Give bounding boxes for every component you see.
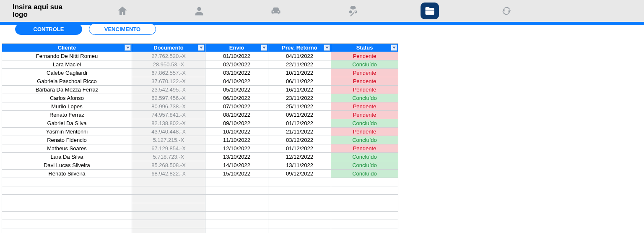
cycle-icon [501,5,512,17]
table-body: Fernando De Nitti Romeu27.762.520.-X01/1… [2,52,398,233]
nav-cycle-button[interactable] [497,3,516,19]
cell-retorno: 21/11/2022 [268,128,331,136]
cell-empty [132,203,205,212]
cell-status: Pendente [331,144,398,153]
cell-empty [2,186,132,195]
cell-empty [132,220,205,228]
table-row[interactable]: Gabriel Da Silva82.138.802.-X09/10/20220… [2,119,398,128]
top-bar: Insira aqui sua logo [0,0,644,22]
cell-retorno: 10/11/2022 [268,69,331,77]
header-envio: Envio [205,44,268,52]
cell-status: Pendente [331,102,398,111]
cell-status: Pendente [331,69,398,77]
table-row[interactable]: Calebe Gagliardi67.862.557.-X03/10/20221… [2,69,398,77]
cell-empty [331,186,398,195]
cell-retorno: 09/12/2022 [268,170,331,178]
cell-retorno: 04/11/2022 [268,52,331,60]
cell-envio: 05/10/2022 [205,86,268,94]
cell-empty [205,178,268,186]
cell-empty [331,228,398,233]
cell-envio: 13/10/2022 [205,153,268,161]
percent-icon [347,5,359,17]
table-row[interactable]: Matheus Soares67.129.854.-X12/10/202201/… [2,144,398,153]
table-row-empty [2,220,398,228]
logo-line2: logo [13,11,84,18]
cell-empty [2,203,132,212]
cell-cliente: Calebe Gagliardi [2,69,132,77]
cell-empty [132,178,205,186]
cell-cliente: Yasmin Mentonni [2,128,132,136]
tabs-area: CONTROLE VENCIMENTO [0,25,644,37]
table-row[interactable]: Bárbara Da Mezza Ferraz23.542.495.-X05/1… [2,86,398,94]
filter-envio-icon[interactable] [261,45,267,51]
nav-home-button[interactable] [113,3,132,19]
cell-empty [132,212,205,220]
filter-status-icon[interactable] [391,45,397,51]
cell-documento: 5.127.215.-X [132,136,205,144]
table-row[interactable]: Gabriela Paschoal Ricco37.670.122.-X04/1… [2,77,398,86]
header-documento: Documento [132,44,205,52]
cell-empty [331,203,398,212]
cell-status: Pendente [331,128,398,136]
cell-empty [132,228,205,233]
cell-status: Concluído [331,161,398,170]
cell-empty [2,212,132,220]
table-row[interactable]: Lara Da Silva5.718.723.-X13/10/202212/12… [2,153,398,161]
cell-empty [268,220,331,228]
cell-envio: 09/10/2022 [205,119,268,128]
table-row[interactable]: Renato Fidencio5.127.215.-X11/10/202203/… [2,136,398,144]
cell-envio: 04/10/2022 [205,77,268,86]
table-row[interactable]: Lara Maciel28.950.53.-X02/10/202222/11/2… [2,60,398,69]
table-wrap: Cliente Documento Envio Prev. Retorno St… [0,37,644,233]
cell-retorno: 25/11/2022 [268,102,331,111]
filter-cliente-icon[interactable] [125,45,131,51]
nav-user-button[interactable] [190,3,208,19]
cell-empty [2,220,132,228]
cell-empty [132,186,205,195]
cell-documento: 62.597.456.-X [132,94,205,102]
table-row[interactable]: Carlos Afonso62.597.456.-X06/10/202223/1… [2,94,398,102]
cell-envio: 15/10/2022 [205,170,268,178]
cell-empty [132,195,205,203]
tab-controle[interactable]: CONTROLE [15,24,82,35]
table-row[interactable]: Fernando De Nitti Romeu27.762.520.-X01/1… [2,52,398,60]
cell-status: Concluído [331,170,398,178]
cell-empty [268,212,331,220]
table-row[interactable]: Yasmin Mentonni43.940.448.-X10/10/202221… [2,128,398,136]
nav-folder-button[interactable] [421,3,439,19]
cell-retorno: 09/11/2022 [268,111,331,119]
cell-empty [205,195,268,203]
cell-empty [205,203,268,212]
table-row[interactable]: Davi Lucas Silveira85.268.508.-X14/10/20… [2,161,398,170]
tab-vencimento[interactable]: VENCIMENTO [89,24,156,35]
filter-retorno-icon[interactable] [324,45,330,51]
cell-retorno: 22/11/2022 [268,60,331,69]
table-row[interactable]: Renato Silveira68.942.822.-X15/10/202209… [2,170,398,178]
cell-envio: 08/10/2022 [205,111,268,119]
cell-retorno: 23/11/2022 [268,94,331,102]
cell-envio: 06/10/2022 [205,94,268,102]
table-row[interactable]: Renato Ferraz74.957.841.-X08/10/202209/1… [2,111,398,119]
cell-empty [2,228,132,233]
cell-empty [205,212,268,220]
filter-documento-icon[interactable] [198,45,204,51]
cell-documento: 28.950.53.-X [132,60,205,69]
car-icon [270,5,282,17]
cell-cliente: Renato Ferraz [2,111,132,119]
cell-empty [2,195,132,203]
cell-cliente: Matheus Soares [2,144,132,153]
cell-documento: 67.129.854.-X [132,144,205,153]
cell-cliente: Davi Lucas Silveira [2,161,132,170]
header-envio-label: Envio [229,45,244,51]
table-row[interactable]: Murilo Lopes80.996.738.-X07/10/202225/11… [2,102,398,111]
cell-envio: 10/10/2022 [205,128,268,136]
nav-percent-button[interactable] [344,3,362,19]
table-row-empty [2,212,398,220]
cell-documento: 85.268.508.-X [132,161,205,170]
nav-car-button[interactable] [267,3,285,19]
cell-empty [268,203,331,212]
header-row: Cliente Documento Envio Prev. Retorno St… [2,44,398,52]
cell-cliente: Renato Fidencio [2,136,132,144]
cell-empty [331,178,398,186]
cell-documento: 68.942.822.-X [132,170,205,178]
